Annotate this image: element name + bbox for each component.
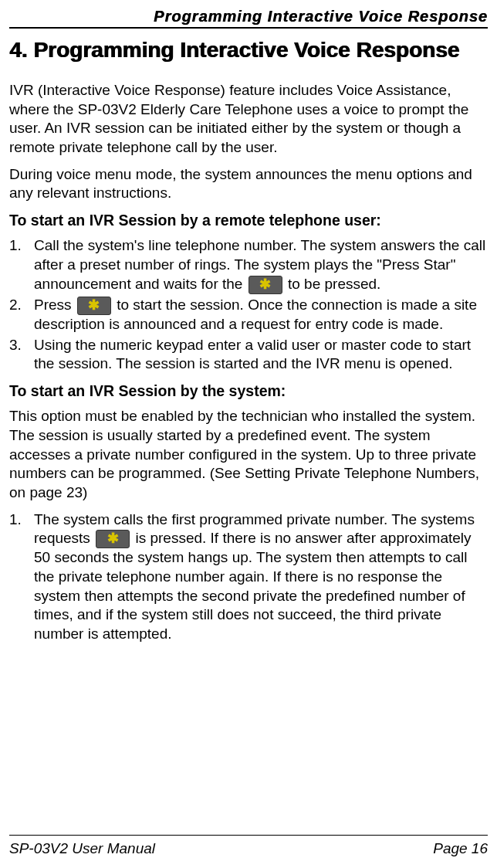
running-title: Programming Interactive Voice Response — [154, 8, 488, 25]
list-text-post: to be pressed. — [288, 276, 380, 292]
list-number: 3. — [9, 336, 22, 355]
list-text-pre: Press — [34, 297, 76, 313]
chapter-title-text: Programming Interactive Voice Response — [33, 38, 459, 62]
footer-left: SP-03V2 User Manual — [9, 840, 155, 857]
list-number: 1. — [9, 510, 22, 530]
page-footer: SP-03V2 User Manual Page 16 — [9, 835, 488, 857]
section-b-list: 1. The system calls the first programmed… — [9, 510, 488, 644]
star-key-icon — [96, 530, 130, 548]
list-number: 1. — [9, 236, 22, 256]
list-item: 1. The system calls the first programmed… — [9, 510, 488, 644]
chapter-number: 4. — [9, 38, 27, 62]
section-a-heading: To start an IVR Session by a remote tele… — [9, 211, 488, 230]
footer-right: Page 16 — [433, 840, 488, 857]
list-number: 2. — [9, 296, 22, 315]
list-item: 3. Using the numeric keypad enter a vali… — [9, 336, 488, 374]
list-item: 1. Call the system's line telephone numb… — [9, 236, 488, 293]
list-item: 2. Press to start the session. Once the … — [9, 296, 488, 334]
intro-paragraph-1: IVR (Interactive Voice Response) feature… — [9, 81, 488, 158]
star-key-icon — [77, 297, 111, 315]
section-b-paragraph: This option must be enabled by the techn… — [9, 407, 488, 502]
chapter-heading: 4. Programming Interactive Voice Respons… — [9, 38, 488, 63]
star-key-icon — [248, 276, 282, 294]
list-text: Using the numeric keypad enter a valid u… — [34, 337, 471, 372]
section-a-list: 1. Call the system's line telephone numb… — [9, 236, 488, 373]
page-header: Programming Interactive Voice Response — [9, 8, 488, 29]
intro-paragraph-2: During voice menu mode, the system annou… — [9, 165, 488, 203]
section-b-heading: To start an IVR Session by the system: — [9, 381, 488, 401]
